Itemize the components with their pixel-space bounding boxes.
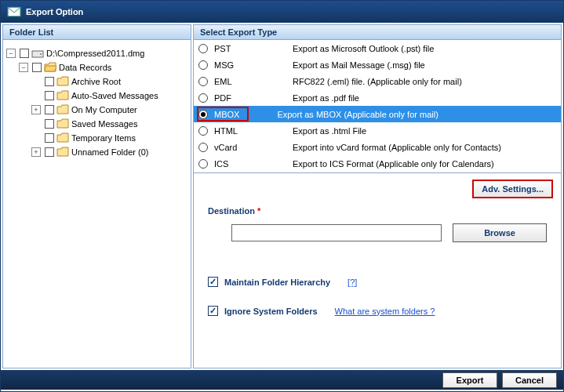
destination-input[interactable] xyxy=(231,224,442,241)
radio-button[interactable] xyxy=(198,159,208,169)
export-button[interactable]: Export xyxy=(442,372,497,388)
export-type-row[interactable]: EML RFC822 (.eml) file. (Applicable only… xyxy=(194,73,561,89)
browse-button[interactable]: Browse xyxy=(453,223,547,242)
tree-checkbox[interactable] xyxy=(45,105,54,114)
export-type-label: PDF xyxy=(214,93,293,103)
tree-label: Saved Messages xyxy=(71,119,137,129)
tree-checkbox[interactable] xyxy=(32,63,42,72)
folder-icon xyxy=(56,147,69,158)
tree-checkbox[interactable] xyxy=(45,91,54,100)
radio-button[interactable] xyxy=(198,93,208,103)
export-type-label: ICS xyxy=(214,159,293,169)
destination-label: Destination * xyxy=(208,206,547,216)
radio-button[interactable] xyxy=(198,60,208,70)
folder-icon xyxy=(44,62,56,73)
folder-icon xyxy=(56,90,69,101)
folder-icon xyxy=(56,118,69,129)
tree-item[interactable]: + Unnamed Folder (0) xyxy=(6,145,187,159)
tree-label: On My Computer xyxy=(71,105,137,114)
export-type-desc: Export to ICS Format (Applicable only fo… xyxy=(293,159,556,169)
export-type-desc: Export as .pdf file xyxy=(293,93,556,103)
radio-button[interactable] xyxy=(198,110,208,119)
maintain-hierarchy-checkbox[interactable]: ✓ xyxy=(208,277,218,287)
ignore-system-checkbox[interactable]: ✓ xyxy=(208,306,218,316)
radio-button[interactable] xyxy=(198,126,208,136)
tree-item[interactable]: Saved Messages xyxy=(6,117,187,131)
export-type-row[interactable]: ICS Export to ICS Format (Applicable onl… xyxy=(194,155,561,172)
tree-item[interactable]: + On My Computer xyxy=(6,103,187,117)
toggle-icon[interactable]: − xyxy=(19,63,28,72)
folder-icon xyxy=(56,132,69,143)
radio-button[interactable] xyxy=(198,44,208,53)
tree-label: Archive Root xyxy=(71,77,121,86)
export-type-desc: RFC822 (.eml) file. (Applicable only for… xyxy=(293,77,556,86)
folder-list-header: Folder List xyxy=(2,24,191,40)
tree-label: Temporary Items xyxy=(71,133,136,143)
export-type-label: MBOX xyxy=(214,110,244,119)
tree-label: Auto-Saved Messages xyxy=(71,91,158,100)
tree-root[interactable]: − D:\Compressed2011.dmg xyxy=(6,46,187,60)
export-type-label: MSG xyxy=(214,60,293,70)
tree-item[interactable]: − Data Records xyxy=(6,60,187,74)
help-link[interactable]: [?] xyxy=(347,278,357,287)
svg-point-2 xyxy=(40,53,42,55)
tree-label: Unnamed Folder (0) xyxy=(71,147,148,157)
folder-icon xyxy=(56,76,69,87)
tree-item[interactable]: Archive Root xyxy=(6,74,187,89)
toggle-icon[interactable]: + xyxy=(31,105,41,114)
export-type-row[interactable]: MBOX Export as MBOX (Applicable only for… xyxy=(194,106,561,122)
export-type-label: EML xyxy=(214,77,293,86)
radio-button[interactable] xyxy=(198,77,208,86)
export-type-row[interactable]: PDF Export as .pdf file xyxy=(194,89,561,106)
window-title: Export Option xyxy=(26,7,83,16)
app-icon xyxy=(7,5,21,19)
tree-label: D:\Compressed2011.dmg xyxy=(46,49,144,58)
title-bar: Export Option xyxy=(1,1,563,23)
tree-checkbox[interactable] xyxy=(45,119,54,129)
export-type-row[interactable]: HTML Export as .html File xyxy=(194,122,561,139)
maintain-hierarchy-label: Maintain Folder Hierarchy xyxy=(224,278,330,287)
export-type-desc: Export as MBOX (Applicable only for mail… xyxy=(277,110,556,119)
export-type-row[interactable]: PST Export as Microsoft Outlook (.pst) f… xyxy=(194,40,561,56)
tree-checkbox[interactable] xyxy=(45,147,54,157)
export-type-row[interactable]: MSG Export as Mail Message (.msg) file xyxy=(194,56,561,73)
export-type-desc: Export as Microsoft Outlook (.pst) file xyxy=(293,44,556,53)
export-type-desc: Export as .html File xyxy=(293,126,556,136)
tree-checkbox[interactable] xyxy=(20,49,29,58)
export-type-header: Select Export Type xyxy=(193,24,562,40)
ignore-system-label: Ignore System Folders xyxy=(224,307,318,316)
tree-label: Data Records xyxy=(59,63,111,72)
export-type-desc: Export into vCard format (Applicable onl… xyxy=(293,143,556,152)
export-type-row[interactable]: vCard Export into vCard format (Applicab… xyxy=(194,139,561,155)
collapse-icon[interactable]: − xyxy=(6,49,16,58)
tree-item[interactable]: Temporary Items xyxy=(6,131,187,145)
drive-icon xyxy=(31,48,44,59)
folder-icon xyxy=(56,104,69,115)
folder-tree: − D:\Compressed2011.dmg − Data Records A… xyxy=(2,40,191,368)
footer: Export Cancel xyxy=(1,370,563,390)
tree-checkbox[interactable] xyxy=(45,77,54,86)
tree-checkbox[interactable] xyxy=(45,133,54,143)
export-type-desc: Export as Mail Message (.msg) file xyxy=(293,60,556,70)
adv-settings-button[interactable]: Adv. Settings... xyxy=(472,180,553,198)
export-type-label: PST xyxy=(214,44,293,53)
export-type-list: PST Export as Microsoft Outlook (.pst) f… xyxy=(193,40,562,173)
radio-button[interactable] xyxy=(198,143,208,152)
toggle-icon[interactable]: + xyxy=(31,147,41,157)
export-type-label: HTML xyxy=(214,126,293,136)
tree-item[interactable]: Auto-Saved Messages xyxy=(6,89,187,103)
export-type-label: vCard xyxy=(214,143,293,152)
cancel-button[interactable]: Cancel xyxy=(502,372,557,388)
system-folders-link[interactable]: What are system folders ? xyxy=(335,307,435,316)
